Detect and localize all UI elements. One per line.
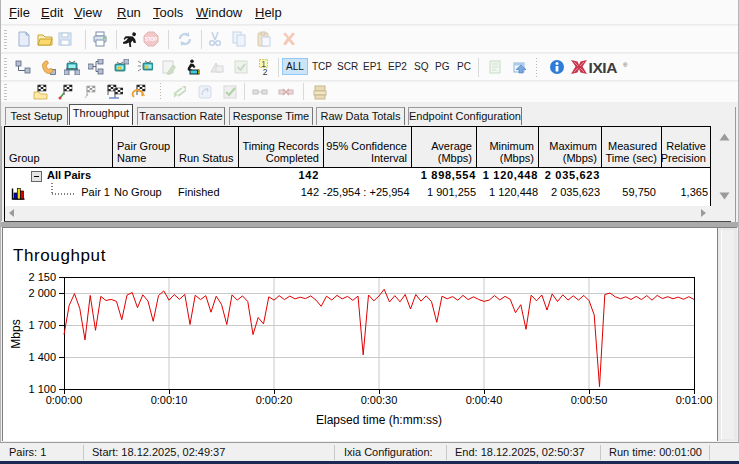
svg-text:®: ®	[623, 62, 628, 68]
svg-text:STOP: STOP	[145, 37, 157, 42]
svg-text:IXIA: IXIA	[589, 59, 618, 76]
svg-text:2: 2	[263, 67, 268, 75]
